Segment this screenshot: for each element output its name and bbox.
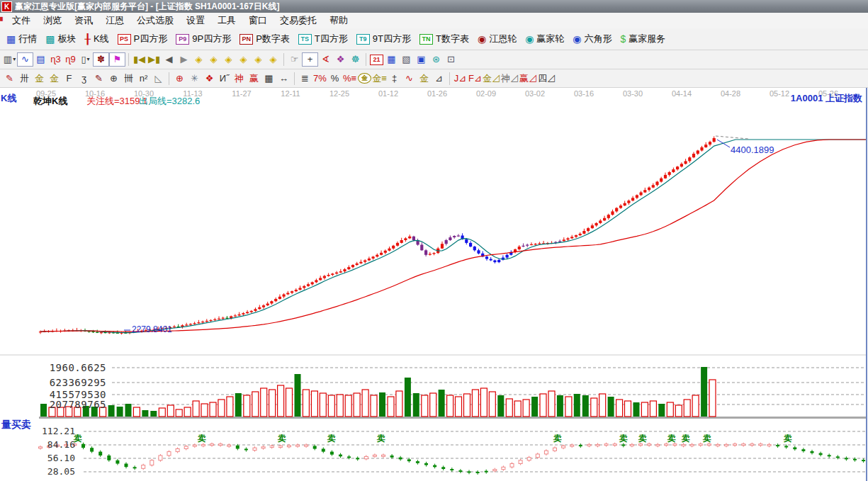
gold-ruler-a-icon[interactable]: 金: [32, 72, 47, 86]
last-page-icon-glyph: ▶▮: [148, 53, 160, 66]
candle-type-icon[interactable]: ▯▾: [78, 52, 93, 67]
p-square-button[interactable]: PSP四方形: [113, 31, 172, 47]
save-icon[interactable]: ▣: [414, 52, 429, 67]
winner-service-button[interactable]: $赢家服务: [616, 31, 670, 47]
percent-levels-icon[interactable]: %≡: [342, 72, 357, 86]
f-angle-icon[interactable]: F⊿: [468, 72, 483, 86]
shen-tool-icon[interactable]: 神: [232, 72, 247, 86]
percent-icon[interactable]: %: [327, 72, 342, 86]
gold-bars-icon[interactable]: 金: [417, 72, 432, 86]
ying-angle-icon[interactable]: 赢⊿: [519, 72, 538, 86]
p-table-button[interactable]: PNP数字表: [235, 31, 294, 47]
gold-levels-icon[interactable]: 金≡: [372, 72, 387, 86]
diamond-nav1-icon[interactable]: ◈: [191, 52, 206, 67]
menu-item-2[interactable]: 资讯: [68, 14, 99, 27]
angle-line-icon[interactable]: ⊿: [432, 72, 446, 86]
level-steps-icon[interactable]: ≣: [298, 72, 312, 86]
notes-icon[interactable]: ▧: [399, 52, 414, 67]
cycle-circle-icon[interactable]: ⊕: [106, 72, 121, 86]
diamond-nav5-icon[interactable]: ◈: [251, 52, 266, 67]
mini-chart9-icon[interactable]: ɳ9: [63, 52, 78, 67]
net-computer-icon[interactable]: ⊛: [429, 52, 444, 67]
hexagon-button[interactable]: ◉六角形: [568, 31, 616, 47]
calculator-icon-glyph: ▦: [387, 53, 395, 66]
knot-icon[interactable]: ☸: [348, 52, 363, 67]
calculator-icon[interactable]: ▦: [384, 52, 399, 67]
gold-ruler-b-icon[interactable]: 金: [47, 72, 62, 86]
f-ruler-icon[interactable]: F: [62, 72, 77, 86]
flag-icon[interactable]: ⚑: [109, 52, 125, 67]
grid-123-icon[interactable]: ▦: [261, 72, 276, 86]
9t-square-button[interactable]: T99T四方形: [352, 31, 415, 47]
period-select-icon[interactable]: ▥▾: [2, 52, 17, 67]
sectors-button[interactable]: ▩板块: [41, 31, 80, 47]
sectors-button-icon: ▩: [45, 34, 55, 44]
gann-ruler-icon[interactable]: 卅: [17, 72, 32, 86]
diamond-nav4-icon[interactable]: ◈: [236, 52, 251, 67]
ribbon-icon-glyph: ❖: [337, 53, 345, 66]
menu-item-9[interactable]: 帮助: [323, 14, 354, 27]
span-arrows-icon[interactable]: ↔: [276, 72, 291, 86]
long-ruler-icon-glyph: 卌: [124, 72, 133, 85]
percent7-icon[interactable]: 7%: [312, 72, 327, 86]
gann-wheel-button[interactable]: ◉江恩轮: [473, 31, 521, 47]
winner-wheel-button[interactable]: ◉赢家轮: [521, 31, 568, 47]
mini-chart3-icon[interactable]: ɳ3: [48, 52, 63, 67]
menu-item-6[interactable]: 工具: [211, 14, 242, 27]
crosshair-icon[interactable]: +: [302, 52, 318, 67]
winner-wheel-button-label: 赢家轮: [536, 33, 564, 45]
pencil-icon[interactable]: ✎: [2, 72, 17, 86]
n-square-icon[interactable]: n²: [136, 72, 151, 86]
9p-square-button-label: 9P四方形: [192, 33, 231, 45]
angle-measure-icon[interactable]: ∢: [318, 52, 333, 67]
t-square-button[interactable]: TST四方形: [294, 31, 352, 47]
marker-pen-icon[interactable]: ✎: [91, 72, 106, 86]
shen-angle-icon[interactable]: 神⊿: [501, 72, 519, 86]
panel-tab-kline[interactable]: K线: [1, 92, 16, 105]
kline-button[interactable]: ╂K线: [80, 31, 113, 47]
j-angle-icon[interactable]: J⊿: [453, 72, 468, 86]
diamond-nav2-icon[interactable]: ◈: [206, 52, 221, 67]
menu-item-7[interactable]: 窗口: [242, 14, 274, 27]
quote-marks-icon[interactable]: И˝: [217, 72, 232, 86]
9p-square-button[interactable]: P99P四方形: [171, 31, 235, 47]
spider-web-icon[interactable]: ✳: [187, 72, 202, 86]
menu-item-4[interactable]: 公式选股: [130, 14, 180, 27]
gold-circle-icon[interactable]: 金: [357, 72, 372, 86]
spiral-icon[interactable]: ʒ: [77, 72, 91, 86]
kline-button-icon: ╂: [84, 34, 90, 44]
menu-bar: ▘ 文件浏览资讯江恩公式选股设置工具窗口交易委托帮助: [0, 13, 868, 29]
ribbon-icon[interactable]: ❖: [333, 52, 348, 67]
si-angle-icon[interactable]: 四⊿: [538, 72, 556, 86]
wave-tool-icon[interactable]: ∿: [402, 72, 417, 86]
menu-item-5[interactable]: 设置: [180, 14, 211, 27]
gold-angle-icon[interactable]: 金⊿: [483, 72, 501, 86]
diamond-nav6-icon[interactable]: ◈: [266, 52, 281, 67]
title-bar[interactable]: K 赢家江恩专业版[赢家内部服务平台] - [上证指数 SH1A0001-167…: [0, 0, 868, 13]
hand-drag-icon[interactable]: ☞: [287, 52, 302, 67]
last-page-icon[interactable]: ▶▮: [147, 52, 162, 67]
menu-item-1[interactable]: 浏览: [37, 14, 68, 27]
first-page-icon[interactable]: ▮◀: [132, 52, 147, 67]
window-chart-icon[interactable]: ∿: [17, 52, 33, 67]
menu-item-8[interactable]: 交易委托: [274, 14, 323, 27]
ying-tool-icon[interactable]: 赢: [247, 72, 261, 86]
web-grid-icon[interactable]: ❖: [202, 72, 217, 86]
pen-levels-icon[interactable]: ‡: [387, 72, 402, 86]
menu-item-0[interactable]: 文件: [6, 14, 37, 27]
quotes-button[interactable]: ▦行情: [2, 31, 41, 47]
calendar-icon[interactable]: 21: [369, 52, 384, 67]
clipboard-icon[interactable]: ▤: [33, 52, 48, 67]
menu-item-3[interactable]: 江恩: [99, 14, 130, 27]
next-icon[interactable]: ▶: [176, 52, 191, 67]
gann-bag-icon[interactable]: ✽: [93, 52, 109, 67]
t-table-button[interactable]: TNT数字表: [415, 31, 473, 47]
date-axis-label: 04-28: [716, 89, 745, 98]
mirror-angle-icon[interactable]: ◺: [151, 72, 166, 86]
target-icon[interactable]: ⊕: [172, 72, 187, 86]
diamond-nav3-icon[interactable]: ◈: [221, 52, 236, 67]
window-right-border: [866, 88, 867, 481]
prev-icon[interactable]: ◀: [162, 52, 176, 67]
long-ruler-icon[interactable]: 卌: [121, 72, 136, 86]
print-icon[interactable]: ⊡: [444, 52, 458, 67]
